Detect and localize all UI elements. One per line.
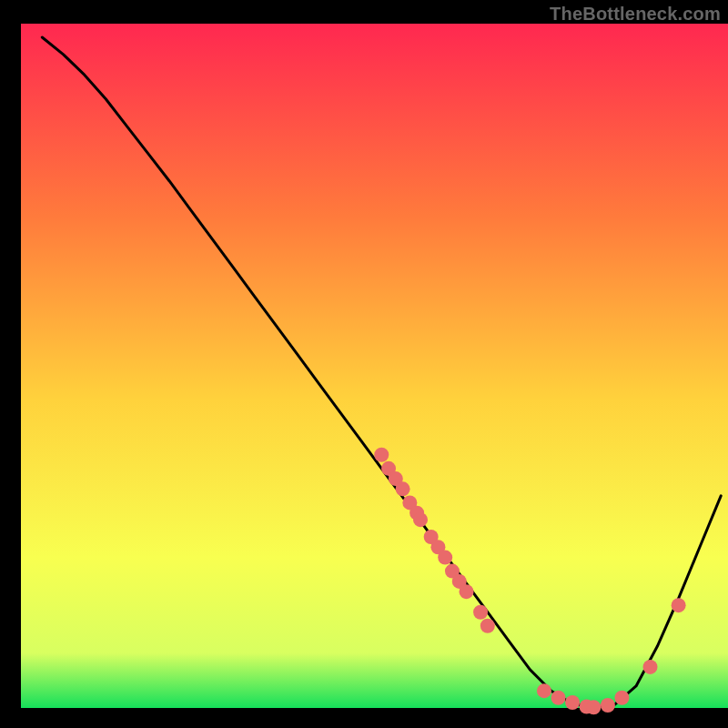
gpu-point [586,700,601,714]
watermark-text: TheBottleneck.com [550,4,721,25]
gpu-point [480,619,495,633]
gpu-point [473,605,488,620]
chart-container: TheBottleneck.com [0,0,728,728]
gpu-point [601,698,615,713]
gpu-point [396,481,410,496]
gpu-point [438,551,452,565]
chart-svg [0,0,728,728]
gpu-point [672,598,686,612]
gpu-point [551,691,566,705]
gpu-point [643,660,658,674]
gpu-point [537,683,551,698]
gpu-point [460,584,474,599]
gpu-point [374,448,389,462]
gpu-point [565,695,580,710]
gpu-point [413,512,428,527]
gpu-point [614,691,629,705]
